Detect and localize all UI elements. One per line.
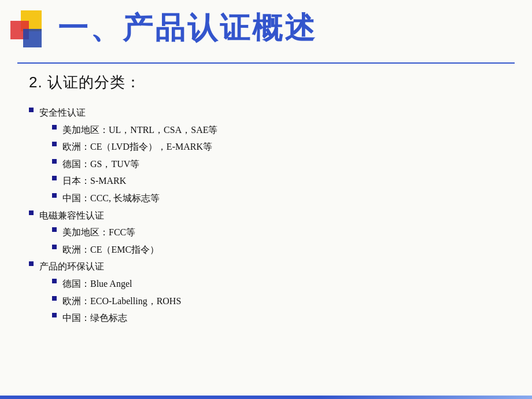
list-item: 德国：Blue Angel: [29, 275, 515, 293]
bullet-icon: [29, 108, 34, 112]
list-item-text: 欧洲：CE（LVD指令），E-MARK等: [62, 138, 212, 156]
list-item-text: 欧洲：ECO-Labelling，ROHS: [62, 293, 181, 310]
list-item-text: 德国：GS，TUV等: [62, 156, 139, 173]
list-item-text: 美加地区：FCC等: [62, 224, 135, 241]
bullet-icon: [52, 227, 57, 232]
bullet-icon: [29, 261, 34, 266]
list-item: 美加地区：UL，NTRL，CSA，SAE等: [29, 121, 515, 139]
bullet-icon: [52, 142, 57, 146]
list-item: 安全性认证: [29, 104, 515, 121]
bullet-icon: [52, 279, 57, 283]
corner-decoration: [10, 10, 52, 52]
bullet-icon: [52, 193, 57, 198]
content-area: 2. 认证的分类： 安全性认证美加地区：UL，NTRL，CSA，SAE等欧洲：C…: [29, 72, 515, 327]
list-item: 欧洲：ECO-Labelling，ROHS: [29, 293, 515, 310]
title-divider: [17, 62, 515, 64]
list-item: 欧洲：CE（EMC指令）: [29, 241, 515, 258]
list-item: 产品的环保认证: [29, 258, 515, 275]
list-item-text: 德国：Blue Angel: [62, 275, 132, 293]
slide: 一、产品认证概述 2. 认证的分类： 安全性认证美加地区：UL，NTRL，CSA…: [0, 0, 532, 399]
list-item: 日本：S-MARK: [29, 172, 515, 190]
list-item: 中国：绿色标志: [29, 309, 515, 327]
slide-title: 一、产品认证概述: [58, 12, 515, 45]
title-section: 一、产品认证概述: [58, 12, 515, 45]
bottom-bar: [0, 396, 532, 399]
bullet-icon: [52, 245, 57, 249]
bullet-icon: [52, 125, 57, 130]
list-item-text: 电磁兼容性认证: [39, 207, 104, 224]
bullet-icon: [52, 313, 57, 317]
list-item-text: 中国：CCC, 长城标志等: [62, 190, 160, 207]
list-item: 电磁兼容性认证: [29, 207, 515, 224]
list-item-text: 欧洲：CE（EMC指令）: [62, 241, 159, 258]
list-item: 美加地区：FCC等: [29, 224, 515, 241]
list-item: 欧洲：CE（LVD指令），E-MARK等: [29, 138, 515, 156]
bullet-icon: [52, 296, 57, 301]
bullet-icon: [52, 159, 57, 164]
list-item-text: 安全性认证: [39, 104, 86, 121]
bullet-icon: [52, 176, 57, 180]
list-item-text: 美加地区：UL，NTRL，CSA，SAE等: [62, 121, 217, 139]
list-item-text: 日本：S-MARK: [62, 172, 126, 190]
list-item-text: 产品的环保认证: [39, 258, 104, 275]
bullet-list: 安全性认证美加地区：UL，NTRL，CSA，SAE等欧洲：CE（LVD指令），E…: [29, 104, 515, 327]
bullet-icon: [29, 210, 34, 215]
blue-square: [23, 29, 42, 47]
list-item-text: 中国：绿色标志: [62, 309, 127, 327]
list-item: 中国：CCC, 长城标志等: [29, 190, 515, 207]
subtitle: 2. 认证的分类：: [29, 72, 515, 93]
list-item: 德国：GS，TUV等: [29, 156, 515, 173]
